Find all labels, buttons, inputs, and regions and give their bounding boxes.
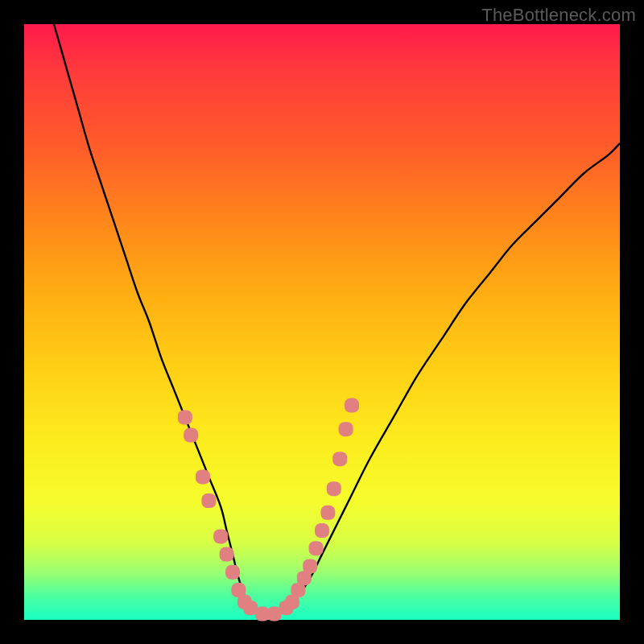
data-marker [225,565,240,580]
chart-frame: TheBottleneck.com [0,0,644,644]
watermark-label: TheBottleneck.com [481,5,636,26]
data-marker [220,547,234,562]
data-marker [327,481,341,496]
data-marker [201,493,216,508]
data-marker [303,559,317,573]
marker-group [178,398,359,621]
data-marker [339,422,353,436]
data-marker [196,469,210,484]
data-marker [184,428,198,443]
data-marker [332,452,347,466]
data-marker [320,506,335,520]
plot-area [24,24,620,620]
data-marker [309,541,324,555]
curve-svg [24,24,620,620]
data-marker [345,398,359,413]
bottleneck-curve [54,24,620,615]
data-marker [178,410,192,424]
data-marker [315,523,329,538]
data-marker [213,529,228,543]
